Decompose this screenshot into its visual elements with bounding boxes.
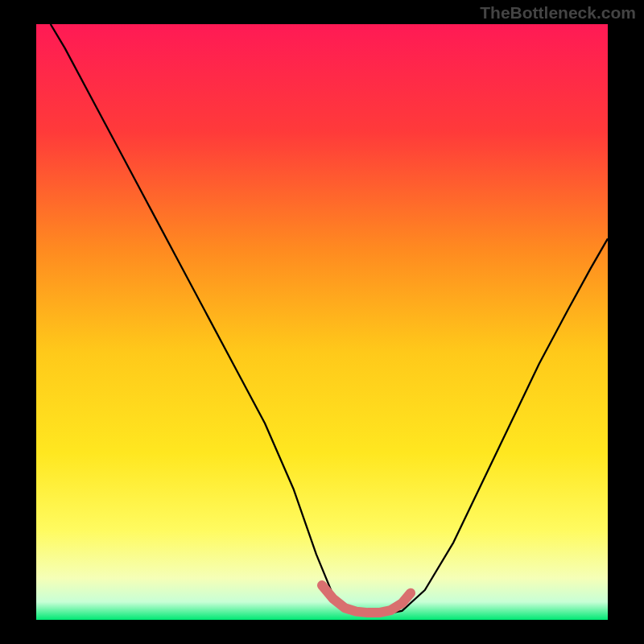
chart-container: TheBottleneck.com <box>0 0 644 644</box>
attribution-text: TheBottleneck.com <box>480 3 636 23</box>
gradient-background <box>36 24 608 620</box>
plot-area <box>36 24 608 620</box>
chart-svg <box>36 24 608 620</box>
